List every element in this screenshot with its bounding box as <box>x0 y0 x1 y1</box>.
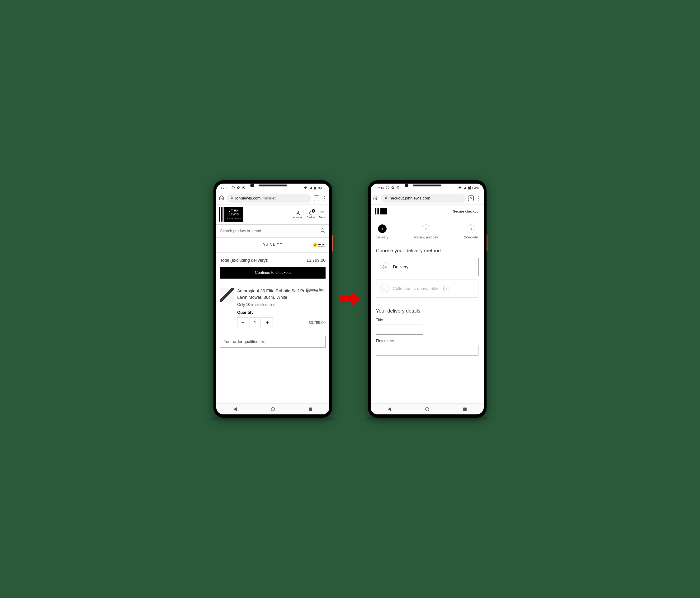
whatsapp-icon <box>386 186 389 190</box>
nav-home-icon[interactable] <box>425 407 429 411</box>
svg-rect-7 <box>315 186 316 186</box>
checkout-button[interactable]: Continue to checkout <box>220 267 326 279</box>
remove-item-link[interactable]: Remove item <box>306 288 326 292</box>
basket-count-badge: 1 <box>312 209 315 213</box>
svg-point-2 <box>238 187 239 188</box>
total-label: Total (excluding delivery): <box>220 258 268 263</box>
norton-badge: ✓ Norton SECURED <box>312 242 326 248</box>
wifi-icon <box>304 186 307 190</box>
browser-bar: heckout.johnlewis.com 5 ⋮ <box>371 192 484 204</box>
menu-button[interactable]: Menu <box>319 210 326 219</box>
menu-icon[interactable]: ⋮ <box>476 196 481 201</box>
delivery-details-heading: Your delivery details <box>371 301 484 318</box>
title-label: Title <box>376 318 478 322</box>
tab-count[interactable]: 5 <box>468 196 474 201</box>
firstname-field[interactable] <box>376 345 478 355</box>
delivery-option[interactable]: Delivery <box>376 258 478 276</box>
step-review: 2 Review and pay <box>414 224 438 239</box>
battery-icon <box>468 186 471 190</box>
status-time: 17:34 <box>375 186 384 190</box>
phone-checkout: 17:34 84% heckout.johnlewis.com <box>368 180 486 418</box>
battery-percent: 84% <box>472 186 479 190</box>
checkout-progress: 1 Delivery 2 Review and pay 3 Complete <box>371 218 484 241</box>
svg-point-9 <box>297 211 298 213</box>
title-field[interactable] <box>376 324 423 334</box>
status-time: 17:33 <box>221 186 230 190</box>
qualifies-box: Your order qualifies for: <box>220 336 326 348</box>
signal-icon <box>463 186 467 190</box>
search-icon[interactable] <box>320 228 326 234</box>
wifi-icon <box>458 186 462 190</box>
svg-point-13 <box>392 187 394 188</box>
svg-point-15 <box>398 187 398 188</box>
url-bar[interactable]: heckout.johnlewis.com <box>381 194 466 203</box>
qty-value: 1 <box>250 317 260 328</box>
quantity-label: Quantity <box>237 310 326 315</box>
home-icon[interactable] <box>373 195 379 202</box>
battery-icon <box>314 186 317 190</box>
truck-icon <box>380 263 389 271</box>
svg-point-11 <box>386 186 389 189</box>
firstname-label: First name <box>376 339 478 343</box>
delivery-method-heading: Choose your delivery method <box>371 241 484 258</box>
globe-icon <box>237 186 240 190</box>
svg-rect-6 <box>314 187 316 189</box>
svg-point-4 <box>243 187 244 188</box>
svg-rect-18 <box>469 186 470 186</box>
phone-basket: 17:33 <box>214 180 332 418</box>
svg-point-0 <box>232 186 234 189</box>
secure-checkout-label: Secure checkout <box>453 209 479 213</box>
lock-icon <box>384 196 388 201</box>
step-delivery[interactable]: 1 Delivery <box>376 224 389 239</box>
signal-icon <box>309 186 312 190</box>
site-logo[interactable]: J♡HN LEWIS & PARTNERS <box>219 207 243 222</box>
basket-button[interactable]: 1 Basket <box>307 210 315 219</box>
transition-arrow <box>339 292 361 306</box>
menu-icon[interactable]: ⋮ <box>322 196 327 201</box>
url-bar[interactable]: johnlewis.com/basket <box>227 194 311 203</box>
product-thumbnail[interactable] <box>220 288 234 302</box>
step-complete: 3 Complete <box>464 224 478 239</box>
nav-back-icon[interactable] <box>388 407 391 411</box>
nav-back-icon[interactable] <box>233 407 237 411</box>
svg-rect-17 <box>469 187 471 189</box>
chrome-icon <box>396 186 400 190</box>
account-button[interactable]: Account <box>293 210 302 219</box>
page-title: BASKET <box>262 243 283 247</box>
android-navbar <box>216 403 329 415</box>
nav-home-icon[interactable] <box>271 407 275 411</box>
svg-rect-8 <box>231 198 233 199</box>
url-host: heckout.johnlewis.com <box>390 196 430 201</box>
battery-percent: 84% <box>318 186 325 190</box>
svg-point-22 <box>385 268 386 268</box>
cart-item: Ambrogio 4.36 Elite Robotic Self-Propell… <box>216 286 329 330</box>
url-host: johnlewis.com <box>235 196 261 201</box>
whatsapp-icon <box>231 186 235 190</box>
url-path: /basket <box>262 196 276 201</box>
collection-option: Collection is unavailable ? <box>376 279 478 298</box>
nav-recent-icon[interactable] <box>309 407 312 411</box>
svg-rect-19 <box>385 198 387 199</box>
search-input[interactable] <box>220 229 304 233</box>
svg-point-21 <box>383 268 384 268</box>
android-navbar <box>371 403 484 415</box>
home-icon[interactable] <box>219 195 224 202</box>
stock-status: Only 10 in stock online <box>237 303 326 307</box>
store-icon <box>380 284 389 293</box>
browser-bar: johnlewis.com/basket 5 ⋮ <box>216 192 329 204</box>
item-price: £3,799.00 <box>309 321 326 325</box>
svg-rect-20 <box>382 266 385 268</box>
help-icon[interactable]: ? <box>443 286 449 292</box>
globe-icon <box>391 186 394 190</box>
svg-rect-24 <box>384 289 385 291</box>
tab-count[interactable]: 5 <box>314 196 319 201</box>
svg-point-10 <box>321 229 324 232</box>
lock-icon <box>230 196 233 201</box>
qty-decrease-button[interactable]: − <box>237 317 248 328</box>
total-value: £3,799.00 <box>306 258 326 263</box>
site-logo[interactable] <box>375 208 387 215</box>
nav-recent-icon[interactable] <box>463 407 467 411</box>
qty-increase-button[interactable]: + <box>262 317 273 328</box>
svg-rect-23 <box>383 288 386 291</box>
chrome-icon <box>242 186 245 190</box>
